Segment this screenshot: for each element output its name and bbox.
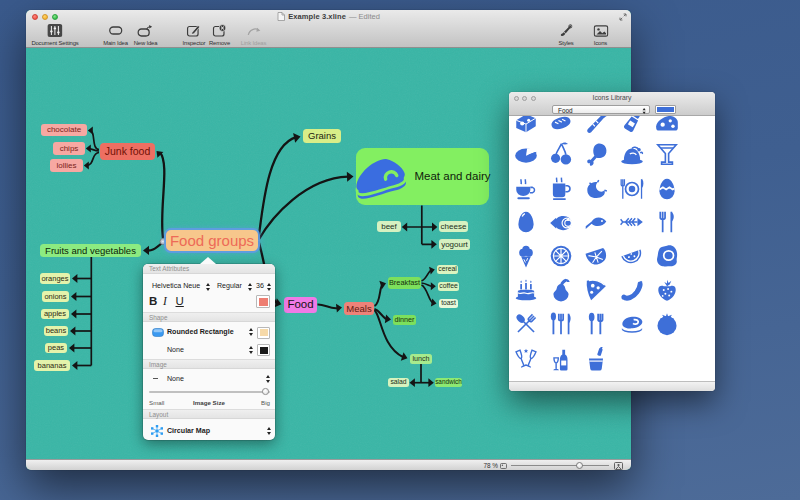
spoon-fork-icon[interactable] <box>583 311 609 337</box>
egg-icon[interactable] <box>513 209 539 235</box>
plate-cutlery-icon[interactable] <box>619 176 645 202</box>
ice-cream-icon[interactable] <box>513 243 539 269</box>
node-chocolate[interactable]: chocolate <box>41 124 87 136</box>
font-style-value[interactable]: Regular <box>217 282 242 290</box>
node-beans[interactable]: beans <box>44 326 68 336</box>
coffee-mug-icon[interactable] <box>548 176 574 202</box>
fish-round-icon[interactable] <box>548 209 574 235</box>
layout-stepper[interactable] <box>267 427 272 435</box>
node-oranges[interactable]: oranges <box>40 273 70 284</box>
zoom-slider-knob[interactable] <box>576 462 583 469</box>
orange-slice-icon[interactable] <box>548 243 574 269</box>
carrot-icon[interactable] <box>583 116 609 136</box>
line-color-well[interactable] <box>257 344 270 356</box>
toolbar-button-new-idea[interactable]: New Idea <box>134 25 158 46</box>
font-style-stepper[interactable] <box>248 283 253 291</box>
node-apples[interactable]: apples <box>41 309 69 319</box>
strawberry-icon[interactable] <box>654 277 680 303</box>
toolbar-button-document-settings[interactable]: Document Settings <box>31 25 78 46</box>
pizza-icon[interactable] <box>583 277 609 303</box>
fork-knife-icon[interactable] <box>654 209 680 235</box>
node-bananas[interactable]: bananas <box>34 360 70 371</box>
node-yogourt[interactable]: yogourt <box>439 239 470 250</box>
fish-icon[interactable] <box>583 209 609 235</box>
node-grains[interactable]: Grains <box>303 129 341 143</box>
champagne-glasses-icon[interactable] <box>513 347 539 373</box>
node-lunch[interactable]: lunch <box>410 354 432 364</box>
icon-category-dropdown[interactable]: Food <box>552 105 650 114</box>
node-meals[interactable]: Meals <box>344 302 374 315</box>
font-family-value[interactable]: Helvetica Neue <box>152 282 200 290</box>
sausage-icon[interactable] <box>619 277 645 303</box>
ice-bucket-icon[interactable] <box>583 347 609 373</box>
fishbone-icon[interactable] <box>619 209 645 235</box>
shape-fill-well[interactable] <box>257 327 270 339</box>
node-fruits-and-vegetables[interactable]: Fruits and vegetables <box>40 244 141 257</box>
line-stepper[interactable] <box>249 346 254 354</box>
node-meat-and-dairy[interactable]: Meat and dairy <box>356 148 489 205</box>
node-junk-food[interactable]: Junk food <box>100 143 155 160</box>
node-food-groups[interactable]: Food groups <box>166 230 258 251</box>
cheese-wedge-icon[interactable] <box>654 116 680 136</box>
toolbar-button-styles[interactable]: Styles <box>558 25 573 46</box>
watermelon-icon[interactable] <box>619 243 645 269</box>
wine-bottle-icon[interactable] <box>548 347 574 373</box>
fried-egg-icon[interactable] <box>654 243 680 269</box>
image-value[interactable]: None <box>167 375 184 383</box>
zoom-out-icon[interactable] <box>500 463 507 469</box>
lemon-half-icon[interactable] <box>583 243 609 269</box>
node-peas[interactable]: peas <box>45 343 67 353</box>
node-food[interactable]: Food <box>284 297 317 313</box>
node-breakfast[interactable]: Breakfast <box>388 277 421 289</box>
zoom-in-icon[interactable] <box>614 462 623 470</box>
cherries-icon[interactable] <box>548 141 574 167</box>
font-size-value[interactable]: 36 <box>256 282 264 290</box>
node-coffee[interactable]: coffee <box>438 282 459 291</box>
bread-icon[interactable] <box>548 116 574 136</box>
node-chips[interactable]: chips <box>53 142 85 155</box>
pear-icon[interactable] <box>548 277 574 303</box>
bottle-icon[interactable] <box>619 116 645 136</box>
martini-icon[interactable] <box>654 141 680 167</box>
fullscreen-icon[interactable] <box>619 13 627 21</box>
node-lollies[interactable]: lollies <box>50 159 83 172</box>
crossed-utensils-icon[interactable] <box>513 311 539 337</box>
node-onions[interactable]: onions <box>42 291 69 302</box>
image-size-slider[interactable] <box>149 391 270 393</box>
image-size-slider-knob[interactable] <box>262 388 269 395</box>
toolbar-button-inspector[interactable]: Inspector <box>183 25 206 46</box>
node-cheese[interactable]: cheese <box>439 221 468 232</box>
cheese-block-icon[interactable] <box>513 116 539 136</box>
cheese-wheel-icon[interactable] <box>513 141 539 167</box>
tomato-icon[interactable] <box>654 311 680 337</box>
node-beef[interactable]: beef <box>377 221 401 232</box>
line-value[interactable]: None <box>167 346 184 354</box>
underline-button[interactable]: U <box>176 295 184 307</box>
bold-button[interactable]: B <box>149 295 157 307</box>
toolbar-button-remove[interactable]: Remove <box>209 25 230 46</box>
layout-value[interactable]: Circular Map <box>167 427 210 435</box>
easter-egg-icon[interactable] <box>654 176 680 202</box>
node-toast[interactable]: toast <box>439 299 458 308</box>
font-family-stepper[interactable] <box>206 283 211 291</box>
italic-button[interactable]: I <box>163 295 167 307</box>
text-color-well[interactable] <box>256 295 270 308</box>
icon-color-well[interactable] <box>655 105 676 114</box>
toolbar-button-icons[interactable]: Icons <box>593 25 608 46</box>
croissant-icon[interactable] <box>583 176 609 202</box>
toolbar-button-main-idea[interactable]: Main Idea <box>103 25 128 46</box>
node-dinner[interactable]: dinner <box>393 315 416 325</box>
zoom-slider[interactable] <box>511 465 609 466</box>
cutlery-set-icon[interactable] <box>548 311 574 337</box>
drumstick-icon[interactable] <box>583 141 609 167</box>
shape-value[interactable]: Rounded Rectangle <box>167 328 234 336</box>
node-sandwich[interactable]: sandwich <box>435 378 462 387</box>
node-cereal[interactable]: cereal <box>437 265 458 274</box>
node-salad[interactable]: salad <box>388 378 409 387</box>
steak-icon[interactable] <box>619 311 645 337</box>
font-size-stepper[interactable] <box>267 283 272 291</box>
shape-stepper[interactable] <box>249 328 254 336</box>
roast-turkey-icon[interactable] <box>619 141 645 167</box>
image-stepper[interactable] <box>266 375 271 383</box>
teacup-icon[interactable] <box>513 176 539 202</box>
